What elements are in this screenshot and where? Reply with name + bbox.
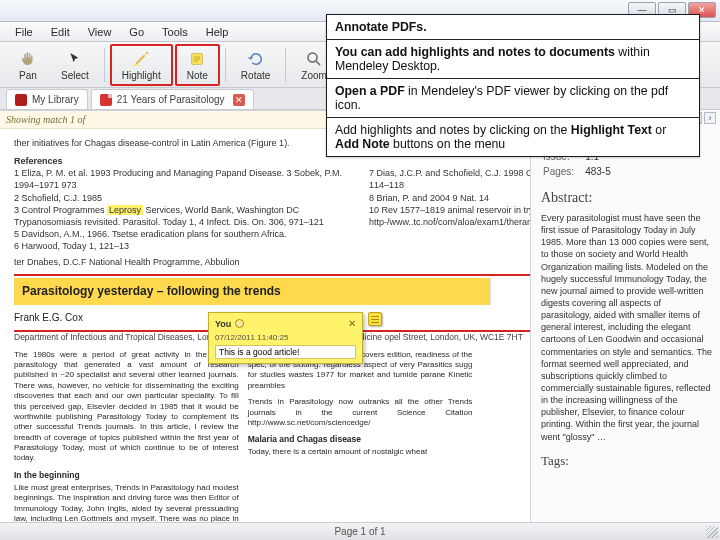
callout-row: Open a PDF in Mendeley's PDF viewer by c… [327,78,699,117]
magnifier-icon [304,49,324,69]
tab-document-label: 21 Years of Parasitology [117,94,225,105]
menu-file[interactable]: File [6,24,42,40]
section-heading: Parasitology yesterday – following the t… [14,278,491,304]
status-bar: Page 1 of 1 [0,522,720,540]
cursor-icon [65,49,85,69]
note-author: You [215,318,231,330]
tab-close-button[interactable]: ✕ [233,94,245,106]
highlighted-text[interactable]: Leprosy [107,205,143,215]
rotate-label: Rotate [241,70,270,81]
rotate-button[interactable]: Rotate [231,46,280,84]
menu-tools[interactable]: Tools [153,24,197,40]
note-text-input[interactable] [215,345,356,359]
details-panel: ‹ › Year:2005 Volume:21 Issue:1.1 Pages:… [530,110,720,522]
zoom-label: Zoom [301,70,327,81]
svg-rect-0 [135,64,140,66]
ref-line: 2 Schofield, C.J. 1985 [14,192,351,204]
menu-help[interactable]: Help [197,24,238,40]
abstract-text[interactable]: Every parasitologist must have seen the … [541,212,712,443]
select-label: Select [61,70,89,81]
note-close-button[interactable]: ✕ [348,317,356,331]
color-dot-icon[interactable] [235,319,244,328]
page-indicator: Page 1 of 1 [334,526,385,537]
highlighter-icon [131,49,151,69]
body-text: Like most great enterprises, Trends in P… [14,483,239,522]
rotate-icon [246,49,266,69]
svg-point-2 [308,53,317,62]
subheading: In the beginning [14,470,239,481]
ref-line: 1 Eliza, P. M. et al. 1993 Producing and… [14,167,351,191]
ref-line: Trypanosomiasis revisited. Parasitol. To… [14,216,351,228]
callout-row: Annotate PDFs. [327,15,699,39]
tab-document[interactable]: 21 Years of Parasitology ✕ [91,89,254,109]
mendeley-logo-icon [15,94,27,106]
pan-button[interactable]: Pan [7,46,49,84]
instruction-callout: Annotate PDFs. You can add highlights an… [326,14,700,157]
sticky-note-popup[interactable]: You ✕ 07/12/2011 11:40:25 [208,312,363,364]
ref-line: 6 Harwood, Today 1, 121–13 [14,240,351,252]
note-timestamp: 07/12/2011 11:40:25 [215,333,356,344]
highlight-button[interactable]: Highlight [110,44,173,86]
body-text: Today, there is a certain amount of nost… [248,447,473,457]
ref-line: 3 Control Programmes Leprosy Services, W… [14,204,351,216]
abstract-heading: Abstract: [541,190,712,206]
callout-row: You can add highlights and notes to docu… [327,39,699,78]
resize-grip[interactable] [706,526,718,538]
pdf-icon [100,94,112,106]
callout-row: Add highlights and notes by clicking on … [327,117,699,156]
body-text: Trends in Parasitology now outranks all … [248,397,473,428]
hand-icon [18,49,38,69]
field-value[interactable]: 483-5 [585,165,615,178]
menu-go[interactable]: Go [120,24,153,40]
tab-library-label: My Library [32,94,79,105]
sticky-note-icon [187,49,207,69]
note-button[interactable]: Note [175,44,220,86]
field-label: Pages: [543,165,583,178]
body-text: The 1980s were a period of great activit… [14,350,239,464]
select-button[interactable]: Select [51,46,99,84]
subheading: Malaria and Chagas disease [248,434,473,445]
menu-edit[interactable]: Edit [42,24,79,40]
pan-label: Pan [19,70,37,81]
next-record-button[interactable]: › [704,112,716,124]
highlight-label: Highlight [122,70,161,81]
tab-my-library[interactable]: My Library [6,89,88,109]
tags-heading: Tags: [541,453,712,469]
note-label: Note [187,70,208,81]
ref-line: 5 Davidson, A.M., 1966. Tsetse eradicati… [14,228,351,240]
menu-view[interactable]: View [79,24,121,40]
note-anchor-icon[interactable] [368,312,382,326]
